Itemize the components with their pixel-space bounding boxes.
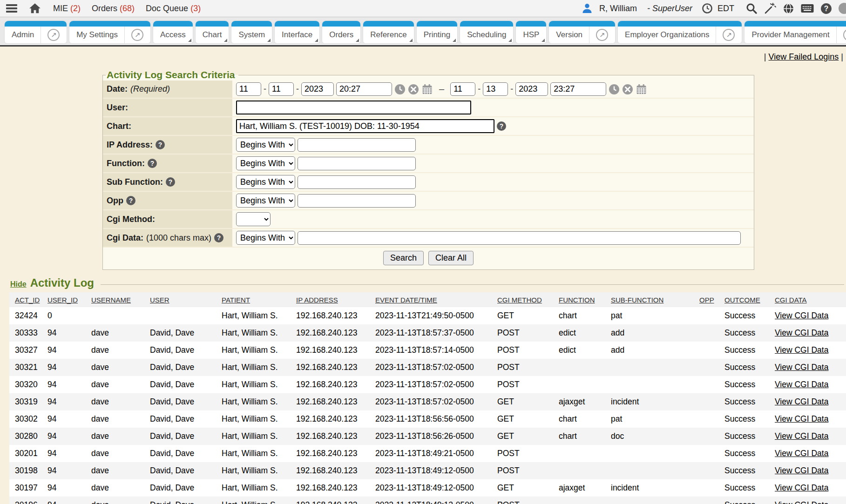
- cgi-method-select[interactable]: [236, 212, 271, 226]
- from-month-input[interactable]: [236, 82, 261, 96]
- partial-avatar-icon[interactable]: [839, 3, 846, 14]
- clear-all-button[interactable]: Clear All: [428, 251, 474, 265]
- to-month-input[interactable]: [450, 82, 475, 96]
- cell-method: GET: [497, 479, 559, 497]
- external-link-icon[interactable]: ↗: [843, 29, 846, 41]
- cgi-data-match-select[interactable]: Begins With: [236, 231, 295, 245]
- from-year-input[interactable]: [301, 82, 334, 96]
- chart-autocomplete-input[interactable]: [236, 119, 494, 133]
- column-header-outcome[interactable]: OUTCOME: [724, 296, 760, 304]
- from-time-input[interactable]: [336, 82, 392, 96]
- view-cgi-data-link[interactable]: View CGI Data: [775, 397, 828, 406]
- from-calendar-icon[interactable]: [421, 84, 433, 95]
- view-cgi-data-link[interactable]: View CGI Data: [775, 483, 828, 492]
- tab-my-settings[interactable]: My Settings↗: [69, 21, 150, 43]
- function-help-icon[interactable]: ?: [148, 159, 157, 168]
- tab-admin[interactable]: Admin↗: [5, 21, 67, 43]
- ip-match-select[interactable]: Begins With: [236, 138, 295, 152]
- to-date-clear-icon[interactable]: [622, 84, 633, 95]
- to-time-input[interactable]: [550, 82, 606, 96]
- user-autocomplete-input[interactable]: [236, 101, 471, 114]
- tab-reference[interactable]: Reference: [363, 21, 413, 43]
- external-link-icon[interactable]: ↗: [131, 29, 143, 41]
- globe-icon[interactable]: [783, 3, 794, 14]
- cell-user-id: 0: [47, 307, 91, 324]
- hide-activity-log-link[interactable]: Hide: [10, 280, 27, 289]
- view-failed-logins-link[interactable]: View Failed Logins: [769, 52, 839, 61]
- sub-function-help-icon[interactable]: ?: [166, 177, 175, 187]
- view-cgi-data-link[interactable]: View CGI Data: [775, 466, 828, 475]
- cgi-data-input[interactable]: [298, 231, 741, 245]
- tab-orders[interactable]: Orders: [322, 21, 360, 43]
- view-cgi-data-link[interactable]: View CGI Data: [775, 500, 828, 504]
- tab-version[interactable]: Version↗: [549, 21, 615, 43]
- sub-function-input[interactable]: [298, 175, 416, 189]
- tab-employer-organizations[interactable]: Employer Organizations↗: [618, 21, 742, 43]
- view-cgi-data-link[interactable]: View CGI Data: [775, 414, 828, 423]
- to-day-input[interactable]: [483, 82, 508, 96]
- to-year-input[interactable]: [515, 82, 548, 96]
- ip-address-input[interactable]: [298, 138, 416, 152]
- tab-interface[interactable]: Interface: [275, 21, 319, 43]
- nav-doc-queue-link[interactable]: Doc Queue (3): [146, 4, 201, 13]
- chart-help-icon[interactable]: ?: [497, 121, 506, 131]
- opp-match-select[interactable]: Begins With: [236, 194, 295, 208]
- external-link-icon[interactable]: ↗: [723, 29, 735, 41]
- view-cgi-data-link[interactable]: View CGI Data: [775, 345, 828, 355]
- external-link-icon[interactable]: ↗: [47, 29, 60, 41]
- to-calendar-icon[interactable]: [636, 84, 647, 95]
- column-header-act-id[interactable]: ACT_ID: [15, 296, 40, 304]
- view-cgi-data-link[interactable]: View CGI Data: [775, 328, 828, 337]
- cell-subfunc: incident: [611, 479, 699, 497]
- tab-chart[interactable]: Chart: [196, 21, 229, 43]
- view-cgi-data-link[interactable]: View CGI Data: [775, 363, 828, 372]
- tab-system[interactable]: System: [231, 21, 272, 43]
- view-cgi-data-link[interactable]: View CGI Data: [775, 311, 828, 320]
- sub-function-match-select[interactable]: Begins With: [236, 175, 295, 189]
- cell-method: POST: [497, 324, 559, 342]
- tab-printing[interactable]: Printing: [417, 21, 458, 43]
- from-time-picker-icon[interactable]: [394, 84, 406, 95]
- column-header-patient[interactable]: PATIENT: [222, 296, 250, 304]
- clock-icon[interactable]: [702, 3, 713, 14]
- tab-scheduling[interactable]: Scheduling: [460, 21, 513, 43]
- home-icon[interactable]: [29, 3, 41, 14]
- tab-accent-strip: [744, 21, 846, 27]
- column-header-event-date-time[interactable]: EVENT DATE/TIME: [375, 296, 437, 304]
- column-header-user-id[interactable]: USER_ID: [47, 296, 78, 304]
- nav-orders-link[interactable]: Orders (68): [92, 4, 135, 13]
- search-icon[interactable]: [745, 2, 758, 14]
- cell-act-id: 30280: [9, 428, 47, 445]
- view-cgi-data-link[interactable]: View CGI Data: [775, 431, 828, 441]
- view-cgi-data-link[interactable]: View CGI Data: [775, 380, 828, 389]
- column-header-cgi-data[interactable]: CGI DATA: [775, 296, 807, 304]
- keyboard-icon[interactable]: [801, 4, 814, 13]
- hamburger-menu-icon[interactable]: [6, 3, 18, 13]
- tab-hsp[interactable]: HSP: [516, 21, 546, 43]
- from-day-input[interactable]: [269, 82, 294, 96]
- opp-help-icon[interactable]: ?: [126, 196, 135, 205]
- nav-mie-link[interactable]: MIE (2): [53, 4, 81, 13]
- magic-wand-icon[interactable]: [764, 2, 776, 14]
- column-header-sub-function[interactable]: SUB-FUNCTION: [611, 296, 663, 304]
- tab-access[interactable]: Access: [153, 21, 193, 43]
- from-date-clear-icon[interactable]: [408, 84, 419, 95]
- tab-provider-management[interactable]: Provider Management↗: [744, 21, 846, 43]
- view-cgi-data-link[interactable]: View CGI Data: [775, 449, 828, 458]
- column-header-user[interactable]: USER: [150, 296, 169, 304]
- help-icon[interactable]: ?: [820, 3, 832, 14]
- external-link-icon[interactable]: ↗: [596, 29, 608, 41]
- column-header-function[interactable]: FUNCTION: [559, 296, 595, 304]
- cgi-data-help-icon[interactable]: ?: [214, 233, 223, 242]
- column-header-opp[interactable]: OPP: [699, 296, 714, 304]
- user-avatar-icon[interactable]: [582, 3, 593, 14]
- search-button[interactable]: Search: [383, 251, 424, 265]
- ip-help-icon[interactable]: ?: [156, 140, 165, 149]
- to-time-picker-icon[interactable]: [609, 84, 620, 95]
- column-header-ip-address[interactable]: IP ADDRESS: [296, 296, 338, 304]
- function-input[interactable]: [298, 157, 416, 170]
- function-match-select[interactable]: Begins With: [236, 156, 295, 170]
- column-header-cgi-method[interactable]: CGI METHOD: [497, 296, 542, 304]
- opp-input[interactable]: [298, 194, 416, 208]
- column-header-username[interactable]: USERNAME: [91, 296, 131, 304]
